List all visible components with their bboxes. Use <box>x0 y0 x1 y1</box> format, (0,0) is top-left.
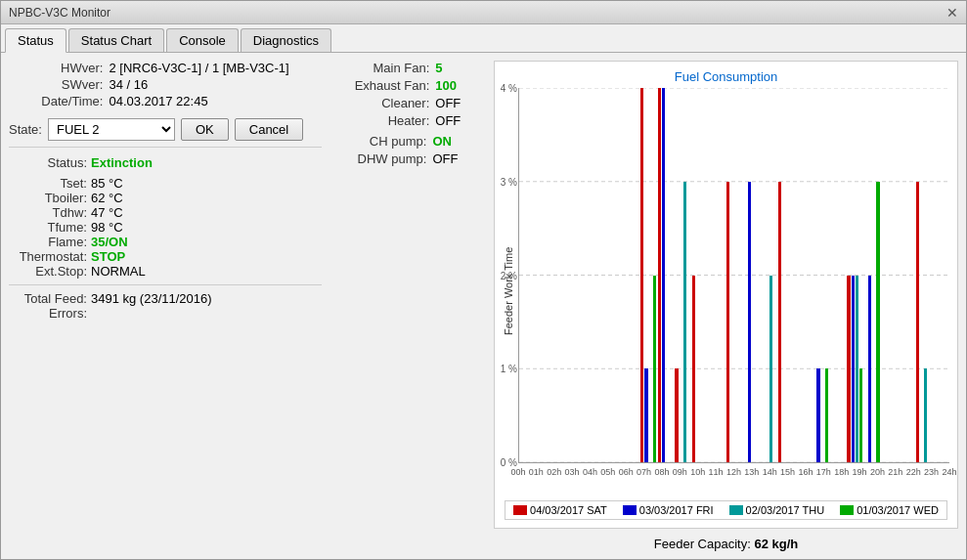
close-button[interactable]: ✕ <box>946 5 958 21</box>
tfume-row: Tfume: 98 °C <box>9 220 322 235</box>
tab-diagnostics[interactable]: Diagnostics <box>241 28 331 52</box>
thermostat-row: Thermostat: STOP <box>9 249 322 264</box>
legend-item: 03/03/2017 FRI <box>623 504 714 516</box>
window-title: NPBC-V3C Monitor <box>9 6 110 20</box>
totalfeed-row: Total Feed: 3491 kg (23/11/2016) <box>9 291 322 306</box>
tdhw-row: Tdhw: 47 °C <box>9 205 322 220</box>
feeder-capacity: Feeder Capacity: 62 kg/h <box>494 537 958 551</box>
flame-value: 35/ON <box>91 235 322 249</box>
status-value: Extinction <box>91 155 322 170</box>
extstop-label: Ext.Stop: <box>9 264 87 279</box>
status-section: Status: Extinction Tset: 85 °C Tboiler: … <box>9 155 322 321</box>
tab-status[interactable]: Status <box>5 28 66 53</box>
exhaust-fan-value: 100 <box>435 78 486 93</box>
cancel-button[interactable]: Cancel <box>235 118 303 141</box>
tfume-label: Tfume: <box>9 220 87 235</box>
errors-label: Errors: <box>9 306 87 321</box>
info-grid: HWver: 2 [NRC6-V3C-1] / 1 [MB-V3C-1] SWv… <box>9 61 322 108</box>
main-content: HWver: 2 [NRC6-V3C-1] / 1 [MB-V3C-1] SWv… <box>1 53 966 559</box>
flame-label: Flame: <box>9 235 87 249</box>
totalfeed-label: Total Feed: <box>9 291 87 306</box>
extstop-value: NORMAL <box>91 264 322 279</box>
legend-label: 03/03/2017 FRI <box>639 504 714 516</box>
legend-color <box>729 505 743 515</box>
legend-color <box>840 505 854 515</box>
exhaust-fan-label: Exhaust Fan: <box>330 78 429 93</box>
chart-title: Fuel Consumption <box>503 69 949 84</box>
chart-container: Fuel Consumption Feeder Work Time 0 %1 %… <box>494 61 958 529</box>
tfume-value: 98 °C <box>91 220 322 235</box>
thermostat-value: STOP <box>91 249 322 264</box>
thermostat-label: Thermostat: <box>9 249 87 264</box>
left-panel: HWver: 2 [NRC6-V3C-1] / 1 [MB-V3C-1] SWv… <box>9 61 322 551</box>
dhw-pump-label: DHW pump: <box>330 151 426 166</box>
cleaner-label: Cleaner: <box>330 96 429 110</box>
middle-panel: Main Fan: 5 Exhaust Fan: 100 Cleaner: OF… <box>330 61 486 551</box>
ch-pump-label: CH pump: <box>330 134 426 149</box>
flame-row: Flame: 35/ON <box>9 235 322 249</box>
legend-item: 02/03/2017 THU <box>729 504 825 516</box>
legend-label: 02/03/2017 THU <box>746 504 825 516</box>
tab-console[interactable]: Console <box>166 28 239 52</box>
tab-bar: Status Status Chart Console Diagnostics <box>1 24 966 53</box>
tboiler-row: Tboiler: 62 °C <box>9 191 322 205</box>
tdhw-label: Tdhw: <box>9 205 87 220</box>
ok-button[interactable]: OK <box>181 118 229 141</box>
swver-label: SWver: <box>9 77 103 92</box>
status-label: Status: <box>9 155 87 170</box>
legend-color <box>513 505 527 515</box>
tboiler-value: 62 °C <box>91 191 322 205</box>
chart-area: Feeder Work Time 0 %1 %2 %3 %4 % 00h01h0… <box>503 88 949 495</box>
chart-plot: 0 %1 %2 %3 %4 % <box>518 88 949 463</box>
tset-row: Tset: 85 °C <box>9 176 322 191</box>
tboiler-label: Tboiler: <box>9 191 87 205</box>
heater-value: OFF <box>435 113 486 128</box>
state-select[interactable]: FUEL 2 <box>48 118 175 141</box>
ch-pump-value: ON <box>432 134 486 149</box>
totalfeed-value: 3491 kg (23/11/2016) <box>91 291 322 306</box>
errors-row: Errors: <box>9 306 322 321</box>
legend-item: 01/03/2017 WED <box>840 504 939 516</box>
feeder-label: Feeder Capacity: <box>654 537 751 551</box>
main-window: NPBC-V3C Monitor ✕ Status Status Chart C… <box>0 0 967 560</box>
hwver-value: 2 [NRC6-V3C-1] / 1 [MB-V3C-1] <box>109 61 322 75</box>
hwver-label: HWver: <box>9 61 103 75</box>
dhw-pump-value: OFF <box>432 151 486 166</box>
tdhw-value: 47 °C <box>91 205 322 220</box>
legend-label: 04/03/2017 SAT <box>530 504 607 516</box>
tset-value: 85 °C <box>91 176 322 191</box>
state-row: State: FUEL 2 OK Cancel <box>9 118 322 141</box>
datetime-value: 04.03.2017 22:45 <box>109 94 322 108</box>
title-bar: NPBC-V3C Monitor ✕ <box>1 1 966 24</box>
tset-label: Tset: <box>9 176 87 191</box>
datetime-label: Date/Time: <box>9 94 103 108</box>
chart-main: 0 %1 %2 %3 %4 % 00h01h02h03h04h05h06h07h… <box>518 88 949 495</box>
status-row: Status: Extinction <box>9 155 322 170</box>
swver-value: 34 / 16 <box>109 77 322 92</box>
x-axis: 00h01h02h03h04h05h06h07h08h09h10h11h12h1… <box>518 467 949 495</box>
feeder-value: 62 kg/h <box>754 537 798 551</box>
cleaner-value: OFF <box>435 96 486 110</box>
main-fan-value: 5 <box>435 61 486 75</box>
heater-label: Heater: <box>330 113 429 128</box>
main-fan-label: Main Fan: <box>330 61 429 75</box>
tab-status-chart[interactable]: Status Chart <box>68 28 164 52</box>
legend-label: 01/03/2017 WED <box>857 504 939 516</box>
state-label: State: <box>9 122 42 137</box>
legend-item: 04/03/2017 SAT <box>513 504 607 516</box>
y-axis-label: Feeder Work Time <box>503 88 514 495</box>
legend-color <box>623 505 637 515</box>
chart-legend: 04/03/2017 SAT03/03/2017 FRI02/03/2017 T… <box>505 500 947 520</box>
extstop-row: Ext.Stop: NORMAL <box>9 264 322 279</box>
right-panel: Fuel Consumption Feeder Work Time 0 %1 %… <box>494 61 958 551</box>
